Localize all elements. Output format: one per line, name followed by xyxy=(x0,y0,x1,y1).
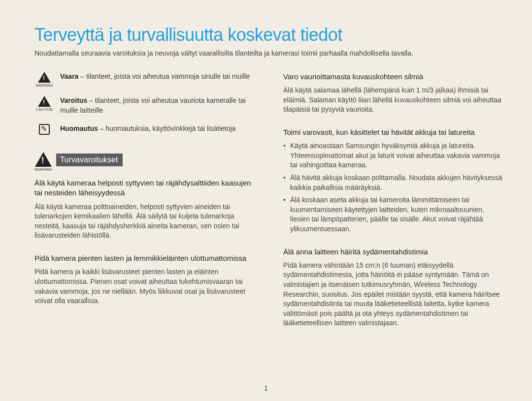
two-column-layout: WARNING Vaara – tilanteet, joista voi ai… xyxy=(34,72,502,341)
page-title: Terveyttä ja turvallisuutta koskevat tie… xyxy=(34,25,502,45)
legend-caution-text: Varoitus – tilanteet, joista voi aiheutu… xyxy=(60,96,254,115)
warning-icon-label: WARNING xyxy=(35,84,53,87)
section-heading: Toimi varovasti, kun käsittelet tai hävi… xyxy=(283,127,502,137)
banner-icon-label: WARNING xyxy=(34,168,52,171)
legend-note: Huomautus – huomautuksia, käyttövinkkejä… xyxy=(34,124,254,135)
legend-note-text: Huomautus – huomautuksia, käyttövinkkejä… xyxy=(60,124,235,134)
section-heading: Pidä kamera pienten lasten ja lemmikkiel… xyxy=(34,253,254,263)
safety-warnings-banner: WARNING Turvavaroitukset xyxy=(34,152,254,171)
warning-triangle-icon xyxy=(38,72,51,83)
section-body: Älä käytä kameraa polttoaineiden, helpos… xyxy=(34,202,254,241)
warning-triangle-icon xyxy=(35,152,52,167)
bullet-list: Käytä ainoastaan Samsungin hyväksymiä ak… xyxy=(283,141,502,234)
caution-icon-label: CAUTION xyxy=(36,108,53,111)
banner-label: Turvavaroitukset xyxy=(56,154,123,166)
legend-caution: CAUTION Varoitus – tilanteet, joista voi… xyxy=(34,96,254,115)
list-item: Älä koskaan aseta akkuja tai kameroita l… xyxy=(283,195,502,234)
section-heading: Varo vaurioittamasta kuvauskohteen silmi… xyxy=(283,72,502,82)
right-column: Varo vaurioittamasta kuvauskohteen silmi… xyxy=(283,72,502,341)
section-heading: Älä käytä kameraa helposti syttyvien tai… xyxy=(34,178,254,198)
section-body: Pidä kamera ja kaikki lisävarusteet pien… xyxy=(34,267,254,306)
section-body: Pidä kamera vähintään 15 cm:n (6 tuuman)… xyxy=(283,261,502,328)
note-icon xyxy=(39,124,50,135)
list-item: Käytä ainoastaan Samsungin hyväksymiä ak… xyxy=(283,141,502,170)
left-column: WARNING Vaara – tilanteet, joista voi ai… xyxy=(34,72,254,341)
section-body: Älä käytä salamaa lähellä (lähempänä kui… xyxy=(283,86,502,115)
section-heading: Älä anna laitteen häiritä sydämentahdist… xyxy=(283,247,502,257)
list-item: Älä hävitä akkuja koskaan polttamalla. N… xyxy=(283,173,502,192)
legend-warning: WARNING Vaara – tilanteet, joista voi ai… xyxy=(34,72,254,87)
legend-warning-text: Vaara – tilanteet, joista voi aiheutua v… xyxy=(60,72,250,82)
page-number: 1 xyxy=(0,384,532,392)
caution-triangle-icon xyxy=(38,96,51,107)
intro-text: Noudattamalla seuraavia varoituksia ja n… xyxy=(34,49,502,57)
